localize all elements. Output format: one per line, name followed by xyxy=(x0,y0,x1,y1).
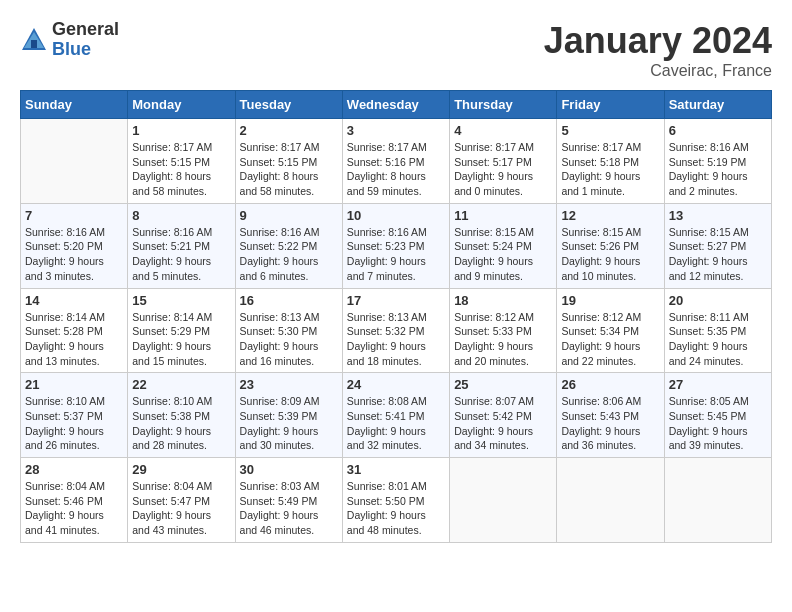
calendar-cell: 6Sunrise: 8:16 AM Sunset: 5:19 PM Daylig… xyxy=(664,119,771,204)
calendar-cell: 9Sunrise: 8:16 AM Sunset: 5:22 PM Daylig… xyxy=(235,203,342,288)
day-info: Sunrise: 8:09 AM Sunset: 5:39 PM Dayligh… xyxy=(240,394,338,453)
day-info: Sunrise: 8:17 AM Sunset: 5:15 PM Dayligh… xyxy=(240,140,338,199)
calendar-cell xyxy=(21,119,128,204)
day-number: 16 xyxy=(240,293,338,308)
calendar-cell: 25Sunrise: 8:07 AM Sunset: 5:42 PM Dayli… xyxy=(450,373,557,458)
calendar-cell xyxy=(450,458,557,543)
calendar-cell xyxy=(664,458,771,543)
title-block: January 2024 Caveirac, France xyxy=(544,20,772,80)
calendar-cell: 31Sunrise: 8:01 AM Sunset: 5:50 PM Dayli… xyxy=(342,458,449,543)
calendar-cell: 1Sunrise: 8:17 AM Sunset: 5:15 PM Daylig… xyxy=(128,119,235,204)
weekday-header: Monday xyxy=(128,91,235,119)
calendar-week-row: 14Sunrise: 8:14 AM Sunset: 5:28 PM Dayli… xyxy=(21,288,772,373)
calendar-cell: 29Sunrise: 8:04 AM Sunset: 5:47 PM Dayli… xyxy=(128,458,235,543)
day-info: Sunrise: 8:16 AM Sunset: 5:21 PM Dayligh… xyxy=(132,225,230,284)
day-number: 11 xyxy=(454,208,552,223)
calendar-cell: 18Sunrise: 8:12 AM Sunset: 5:33 PM Dayli… xyxy=(450,288,557,373)
day-info: Sunrise: 8:08 AM Sunset: 5:41 PM Dayligh… xyxy=(347,394,445,453)
day-info: Sunrise: 8:17 AM Sunset: 5:17 PM Dayligh… xyxy=(454,140,552,199)
weekday-header: Friday xyxy=(557,91,664,119)
day-info: Sunrise: 8:13 AM Sunset: 5:32 PM Dayligh… xyxy=(347,310,445,369)
day-info: Sunrise: 8:04 AM Sunset: 5:47 PM Dayligh… xyxy=(132,479,230,538)
day-number: 2 xyxy=(240,123,338,138)
day-number: 23 xyxy=(240,377,338,392)
day-info: Sunrise: 8:17 AM Sunset: 5:15 PM Dayligh… xyxy=(132,140,230,199)
calendar-cell: 15Sunrise: 8:14 AM Sunset: 5:29 PM Dayli… xyxy=(128,288,235,373)
svg-rect-2 xyxy=(31,40,37,48)
day-info: Sunrise: 8:14 AM Sunset: 5:29 PM Dayligh… xyxy=(132,310,230,369)
day-number: 26 xyxy=(561,377,659,392)
calendar-cell: 27Sunrise: 8:05 AM Sunset: 5:45 PM Dayli… xyxy=(664,373,771,458)
weekday-header: Tuesday xyxy=(235,91,342,119)
weekday-header: Thursday xyxy=(450,91,557,119)
calendar-cell xyxy=(557,458,664,543)
day-number: 5 xyxy=(561,123,659,138)
calendar-cell: 14Sunrise: 8:14 AM Sunset: 5:28 PM Dayli… xyxy=(21,288,128,373)
logo: General Blue xyxy=(20,20,119,60)
weekday-header: Wednesday xyxy=(342,91,449,119)
day-number: 13 xyxy=(669,208,767,223)
day-info: Sunrise: 8:13 AM Sunset: 5:30 PM Dayligh… xyxy=(240,310,338,369)
page-header: General Blue January 2024 Caveirac, Fran… xyxy=(20,20,772,80)
calendar-cell: 19Sunrise: 8:12 AM Sunset: 5:34 PM Dayli… xyxy=(557,288,664,373)
calendar-cell: 12Sunrise: 8:15 AM Sunset: 5:26 PM Dayli… xyxy=(557,203,664,288)
location-text: Caveirac, France xyxy=(544,62,772,80)
day-info: Sunrise: 8:11 AM Sunset: 5:35 PM Dayligh… xyxy=(669,310,767,369)
calendar-table: SundayMondayTuesdayWednesdayThursdayFrid… xyxy=(20,90,772,543)
day-info: Sunrise: 8:10 AM Sunset: 5:38 PM Dayligh… xyxy=(132,394,230,453)
calendar-cell: 7Sunrise: 8:16 AM Sunset: 5:20 PM Daylig… xyxy=(21,203,128,288)
calendar-cell: 21Sunrise: 8:10 AM Sunset: 5:37 PM Dayli… xyxy=(21,373,128,458)
day-number: 4 xyxy=(454,123,552,138)
day-info: Sunrise: 8:16 AM Sunset: 5:22 PM Dayligh… xyxy=(240,225,338,284)
logo-blue-text: Blue xyxy=(52,39,91,59)
logo-icon xyxy=(20,26,48,54)
calendar-week-row: 7Sunrise: 8:16 AM Sunset: 5:20 PM Daylig… xyxy=(21,203,772,288)
day-info: Sunrise: 8:16 AM Sunset: 5:23 PM Dayligh… xyxy=(347,225,445,284)
calendar-week-row: 1Sunrise: 8:17 AM Sunset: 5:15 PM Daylig… xyxy=(21,119,772,204)
day-info: Sunrise: 8:15 AM Sunset: 5:27 PM Dayligh… xyxy=(669,225,767,284)
day-info: Sunrise: 8:05 AM Sunset: 5:45 PM Dayligh… xyxy=(669,394,767,453)
day-info: Sunrise: 8:01 AM Sunset: 5:50 PM Dayligh… xyxy=(347,479,445,538)
calendar-cell: 17Sunrise: 8:13 AM Sunset: 5:32 PM Dayli… xyxy=(342,288,449,373)
day-info: Sunrise: 8:10 AM Sunset: 5:37 PM Dayligh… xyxy=(25,394,123,453)
day-info: Sunrise: 8:07 AM Sunset: 5:42 PM Dayligh… xyxy=(454,394,552,453)
day-info: Sunrise: 8:03 AM Sunset: 5:49 PM Dayligh… xyxy=(240,479,338,538)
day-number: 28 xyxy=(25,462,123,477)
calendar-cell: 30Sunrise: 8:03 AM Sunset: 5:49 PM Dayli… xyxy=(235,458,342,543)
weekday-header: Saturday xyxy=(664,91,771,119)
day-number: 30 xyxy=(240,462,338,477)
day-info: Sunrise: 8:12 AM Sunset: 5:33 PM Dayligh… xyxy=(454,310,552,369)
day-number: 20 xyxy=(669,293,767,308)
day-number: 14 xyxy=(25,293,123,308)
calendar-week-row: 21Sunrise: 8:10 AM Sunset: 5:37 PM Dayli… xyxy=(21,373,772,458)
day-number: 8 xyxy=(132,208,230,223)
calendar-cell: 22Sunrise: 8:10 AM Sunset: 5:38 PM Dayli… xyxy=(128,373,235,458)
logo-general-text: General xyxy=(52,19,119,39)
day-number: 10 xyxy=(347,208,445,223)
calendar-cell: 28Sunrise: 8:04 AM Sunset: 5:46 PM Dayli… xyxy=(21,458,128,543)
day-info: Sunrise: 8:14 AM Sunset: 5:28 PM Dayligh… xyxy=(25,310,123,369)
day-number: 21 xyxy=(25,377,123,392)
day-number: 18 xyxy=(454,293,552,308)
calendar-week-row: 28Sunrise: 8:04 AM Sunset: 5:46 PM Dayli… xyxy=(21,458,772,543)
day-info: Sunrise: 8:16 AM Sunset: 5:19 PM Dayligh… xyxy=(669,140,767,199)
calendar-cell: 24Sunrise: 8:08 AM Sunset: 5:41 PM Dayli… xyxy=(342,373,449,458)
day-info: Sunrise: 8:17 AM Sunset: 5:18 PM Dayligh… xyxy=(561,140,659,199)
day-number: 7 xyxy=(25,208,123,223)
day-number: 27 xyxy=(669,377,767,392)
calendar-cell: 5Sunrise: 8:17 AM Sunset: 5:18 PM Daylig… xyxy=(557,119,664,204)
day-number: 24 xyxy=(347,377,445,392)
day-info: Sunrise: 8:17 AM Sunset: 5:16 PM Dayligh… xyxy=(347,140,445,199)
calendar-cell: 11Sunrise: 8:15 AM Sunset: 5:24 PM Dayli… xyxy=(450,203,557,288)
calendar-cell: 20Sunrise: 8:11 AM Sunset: 5:35 PM Dayli… xyxy=(664,288,771,373)
day-number: 6 xyxy=(669,123,767,138)
weekday-header-row: SundayMondayTuesdayWednesdayThursdayFrid… xyxy=(21,91,772,119)
day-number: 31 xyxy=(347,462,445,477)
day-number: 22 xyxy=(132,377,230,392)
calendar-cell: 16Sunrise: 8:13 AM Sunset: 5:30 PM Dayli… xyxy=(235,288,342,373)
calendar-cell: 8Sunrise: 8:16 AM Sunset: 5:21 PM Daylig… xyxy=(128,203,235,288)
weekday-header: Sunday xyxy=(21,91,128,119)
day-info: Sunrise: 8:15 AM Sunset: 5:24 PM Dayligh… xyxy=(454,225,552,284)
day-number: 15 xyxy=(132,293,230,308)
calendar-cell: 26Sunrise: 8:06 AM Sunset: 5:43 PM Dayli… xyxy=(557,373,664,458)
